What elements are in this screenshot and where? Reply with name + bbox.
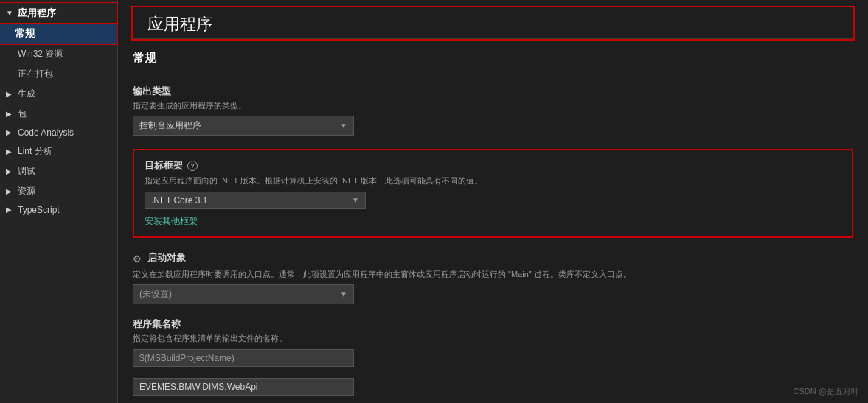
dropdown-arrow-icon: ▼ [340,290,347,298]
chevron-right-icon [6,110,15,119]
sidebar-group-application: 应用程序 常规 Win32 资源 正在打包 [0,3,117,84]
output-type-group: 输出类型 指定要生成的应用程序的类型。 控制台应用程序 ▼ [133,85,853,136]
sidebar-item-typescript[interactable]: TypeScript [0,201,117,219]
startup-object-label: 启动对象 [147,251,186,264]
chevron-down-icon [6,9,15,18]
sidebar-item-win32[interactable]: Win32 资源 [0,44,117,64]
install-framework-link[interactable]: 安装其他框架 [145,215,198,228]
chevron-right-icon [6,90,15,99]
startup-object-desc: 定义在加载应用程序时要调用的入口点。通常，此项设置为应用程序中的主窗体或应用程序… [133,269,853,280]
page-title: 应用程序 [133,7,853,39]
chevron-right-icon [6,147,15,156]
dropdown-arrow-icon: ▼ [352,196,359,204]
target-framework-box: 目标框架 ? 指定应用程序面向的 .NET 版本。根据计算机上安装的 .NET … [133,149,853,237]
dropdown-arrow-icon: ▼ [340,122,347,130]
section-title: 常规 [133,46,853,74]
sidebar-item-debug[interactable]: 调试 [0,161,117,181]
sidebar-item-lintanalysis[interactable]: Lint 分析 [0,141,117,161]
output-type-label: 输出类型 [133,85,853,98]
output-type-value: 控制台应用程序 [139,119,201,132]
startup-object-dropdown[interactable]: (未设置) ▼ [133,284,354,304]
sidebar-item-codeanalysis[interactable]: Code Analysis [0,124,117,141]
content-area: 常规 输出类型 指定要生成的应用程序的类型。 控制台应用程序 ▼ 目标框架 ? … [118,39,868,403]
assembly-name-input[interactable] [133,349,354,367]
target-framework-label-row: 目标框架 ? [145,159,841,172]
startup-object-group: ⚙ 启动对象 定义在加载应用程序时要调用的入口点。通常，此项设置为应用程序中的主… [133,251,853,304]
output-type-desc: 指定要生成的应用程序的类型。 [133,100,853,111]
sidebar-item-package[interactable]: 包 [0,104,117,124]
output-type-dropdown[interactable]: 控制台应用程序 ▼ [133,116,354,136]
sidebar-item-resources[interactable]: 资源 [0,181,117,201]
default-namespace-input[interactable] [133,378,354,396]
content-scroll: 常规 输出类型 指定要生成的应用程序的类型。 控制台应用程序 ▼ 目标框架 ? … [118,39,868,403]
sidebar-item-build[interactable]: 生成 [0,84,117,104]
assembly-name-desc: 指定将包含程序集清单的输出文件的名称。 [133,333,853,344]
sidebar-item-general[interactable]: 常规 [0,24,117,44]
target-framework-value: .NET Core 3.1 [151,195,207,206]
target-framework-label: 目标框架 [145,159,183,172]
chevron-right-icon [6,206,15,214]
chevron-right-icon [6,128,15,137]
chevron-right-icon [6,167,15,176]
assembly-name-group: 程序集名称 指定将包含程序集清单的输出文件的名称。 [133,318,853,395]
gear-icon: ⚙ [133,253,142,264]
startup-object-value: (未设置) [139,288,172,301]
main-panel: 应用程序 常规 输出类型 指定要生成的应用程序的类型。 控制台应用程序 ▼ 目标… [118,0,868,403]
assembly-name-label: 程序集名称 [133,318,853,331]
info-icon[interactable]: ? [187,161,198,171]
watermark: CSDN @是五月叶 [794,386,859,397]
chevron-right-icon [6,187,15,196]
sidebar: 应用程序 常规 Win32 资源 正在打包 生成 包 Code Analysis… [0,0,118,403]
target-framework-desc: 指定应用程序面向的 .NET 版本。根据计算机上安装的 .NET 版本，此选项可… [145,175,841,186]
startup-object-header: ⚙ 启动对象 [133,251,853,267]
sidebar-item-packaging[interactable]: 正在打包 [0,64,117,84]
target-framework-dropdown[interactable]: .NET Core 3.1 ▼ [145,192,366,209]
sidebar-item-application[interactable]: 应用程序 [0,3,117,24]
